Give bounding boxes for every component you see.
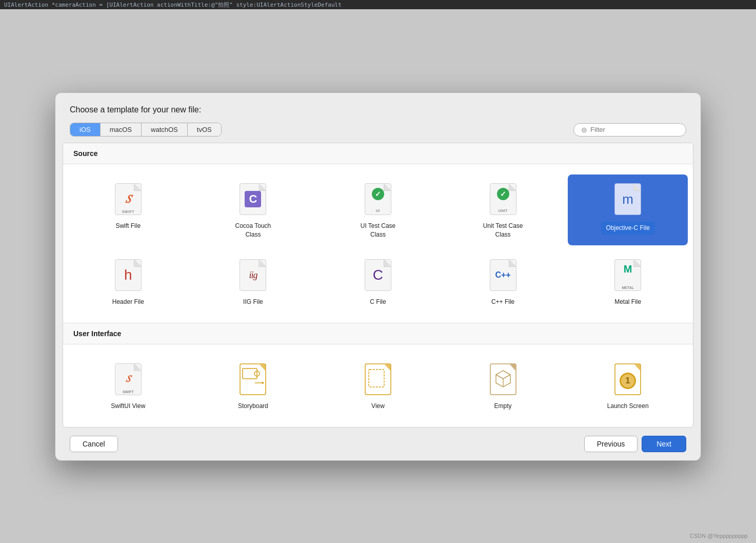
unit-test-item[interactable]: ✓ UNIT Unit Test CaseClass (443, 174, 563, 245)
storyboard-label: Storyboard (238, 402, 268, 411)
cpp-file-label: C++ File (491, 298, 514, 306)
objc-file-label: Objective-C File (601, 222, 655, 235)
filter-input[interactable] (590, 126, 679, 133)
ui-test-label: UI Test CaseClass (361, 222, 395, 239)
cancel-button[interactable]: Cancel (70, 436, 118, 452)
launch-screen-icon: 1 (612, 361, 643, 398)
unit-test-icon: ✓ UNIT (488, 181, 519, 218)
iig-file-icon: iig (237, 257, 268, 294)
code-background: UIAlertAction *cameraAction = [UIAlertAc… (0, 0, 756, 9)
platform-tab-bar: iOS macOS watchOS tvOS (70, 123, 222, 137)
objc-file-icon: m (612, 181, 643, 218)
swiftui-view-icon: 𝑆 SWIFT (113, 361, 144, 398)
cocoa-touch-label: Cocoa TouchClass (235, 222, 271, 239)
view-icon-container (363, 361, 393, 398)
nav-buttons: Previous Next (584, 436, 686, 452)
storyboard-icon (237, 361, 268, 398)
header-file-item[interactable]: h Header File (68, 250, 188, 313)
c-file-item[interactable]: C C File (318, 250, 438, 313)
cpp-doc: C++ (490, 259, 516, 291)
ui-test-doc: ✓ UI (365, 183, 391, 215)
storyboard-svg (240, 363, 266, 395)
tab-ios[interactable]: iOS (70, 123, 101, 136)
dialog-footer: Cancel Previous Next (55, 428, 701, 460)
swift-file-label: Swift File (115, 222, 141, 230)
source-section-header: Source (63, 143, 693, 164)
swiftui-view-item[interactable]: 𝑆 SWIFT SwiftUI View (68, 355, 188, 417)
launch-screen-label: Launch Screen (607, 402, 649, 411)
header-file-label: Header File (112, 298, 144, 306)
cpp-file-item[interactable]: C++ C++ File (443, 250, 563, 313)
objc-doc: m (614, 183, 641, 215)
cocoa-touch-item[interactable]: C Cocoa TouchClass (193, 174, 313, 245)
iig-doc: iig (240, 259, 266, 291)
iig-file-item[interactable]: iig IIG File (193, 250, 313, 313)
iig-file-label: IIG File (243, 298, 263, 306)
swiftui-view-label: SwiftUI View (111, 402, 145, 411)
svg-text:1: 1 (626, 376, 630, 385)
cocoa-doc: C (240, 183, 266, 215)
previous-button[interactable]: Previous (584, 436, 638, 452)
objc-file-item[interactable]: m Objective-C File (568, 174, 688, 245)
new-file-dialog: Choose a template for your new file: iOS… (55, 92, 701, 460)
swift-file-doc: 𝑆 SWIFT (115, 183, 142, 215)
metal-file-icon: M METAL (612, 257, 643, 294)
next-button[interactable]: Next (642, 436, 686, 452)
user-interface-section-header: User Interface (63, 323, 693, 344)
tab-watchos[interactable]: watchOS (142, 123, 188, 136)
ui-test-item[interactable]: ✓ UI UI Test CaseClass (318, 174, 438, 245)
header-doc: h (115, 259, 142, 291)
user-interface-items-grid: 𝑆 SWIFT SwiftUI View (63, 344, 693, 427)
header-file-icon: h (113, 257, 144, 294)
filter-icon: ⊜ (581, 126, 587, 134)
view-item[interactable]: View (318, 355, 438, 417)
swift-file-item[interactable]: 𝑆 SWIFT Swift File (68, 174, 188, 245)
templates-content: Source 𝑆 SWIFT Swift File C (63, 143, 693, 427)
empty-item[interactable]: Empty (443, 355, 563, 417)
cocoa-touch-icon: C (237, 181, 268, 218)
tab-tvos[interactable]: tvOS (188, 123, 221, 136)
filter-box[interactable]: ⊜ (573, 123, 686, 137)
c-file-label: C File (370, 298, 386, 306)
metal-doc: M METAL (614, 259, 641, 291)
metal-file-item[interactable]: M METAL Metal File (568, 250, 688, 313)
empty-svg (490, 363, 516, 395)
view-label: View (371, 402, 385, 411)
launch-screen-item[interactable]: 1 Launch Screen (568, 355, 688, 417)
empty-label: Empty (494, 402, 512, 411)
swiftui-doc: 𝑆 SWIFT (115, 363, 142, 395)
source-items-grid: 𝑆 SWIFT Swift File C Cocoa TouchClass (63, 164, 693, 323)
watermark: CSDN @Yeppppppppp (690, 533, 748, 539)
platform-tabs-row: iOS macOS watchOS tvOS ⊜ (55, 123, 701, 143)
metal-file-label: Metal File (614, 298, 641, 306)
storyboard-item[interactable]: Storyboard (193, 355, 313, 417)
c-doc: C (365, 259, 391, 291)
c-file-icon: C (363, 257, 393, 294)
cpp-file-icon: C++ (488, 257, 519, 294)
unit-test-label: Unit Test CaseClass (483, 222, 523, 239)
unit-test-doc: ✓ UNIT (490, 183, 516, 215)
dialog-title: Choose a template for your new file: (55, 93, 701, 123)
ui-test-icon: ✓ UI (363, 181, 393, 218)
swift-file-icon: 𝑆 SWIFT (113, 181, 144, 218)
launch-svg: 1 (614, 363, 641, 395)
view-svg (365, 363, 391, 395)
tab-macos[interactable]: macOS (101, 123, 142, 136)
empty-icon-container (488, 361, 519, 398)
